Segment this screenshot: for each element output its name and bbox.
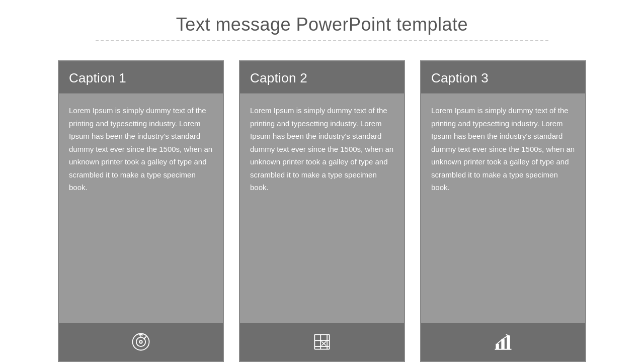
card-2-footer <box>240 323 404 361</box>
svg-rect-13 <box>496 344 499 349</box>
page-header: Text message PowerPoint template <box>0 0 644 45</box>
card-1-body: Lorem Ipsum is simply dummy text of the … <box>59 94 223 323</box>
card-3-text: Lorem Ipsum is simply dummy text of the … <box>431 104 575 194</box>
target-icon <box>130 331 152 353</box>
card-1: Caption 1 Lorem Ipsum is simply dummy te… <box>58 60 224 362</box>
card-1-footer <box>59 323 223 361</box>
header-divider <box>96 40 548 41</box>
card-1-header: Caption 1 <box>59 61 223 94</box>
chart-icon <box>492 331 514 353</box>
card-1-text: Lorem Ipsum is simply dummy text of the … <box>69 104 213 194</box>
grid-icon <box>311 331 333 353</box>
page-title: Text message PowerPoint template <box>0 14 644 35</box>
card-2: Caption 2 Lorem Ipsum is simply dummy te… <box>239 60 405 362</box>
card-2-body: Lorem Ipsum is simply dummy text of the … <box>240 94 404 323</box>
card-2-text: Lorem Ipsum is simply dummy text of the … <box>250 104 394 194</box>
cards-container: Caption 1 Lorem Ipsum is simply dummy te… <box>0 45 644 362</box>
svg-point-2 <box>139 340 142 343</box>
svg-rect-14 <box>501 339 504 349</box>
card-3: Caption 3 Lorem Ipsum is simply dummy te… <box>420 60 586 362</box>
card-3-header: Caption 3 <box>421 61 585 94</box>
card-3-title: Caption 3 <box>431 70 489 85</box>
card-3-footer <box>421 323 585 361</box>
card-2-title: Caption 2 <box>250 70 307 85</box>
card-1-title: Caption 1 <box>69 70 126 85</box>
card-2-header: Caption 2 <box>240 61 404 94</box>
card-3-body: Lorem Ipsum is simply dummy text of the … <box>421 94 585 323</box>
